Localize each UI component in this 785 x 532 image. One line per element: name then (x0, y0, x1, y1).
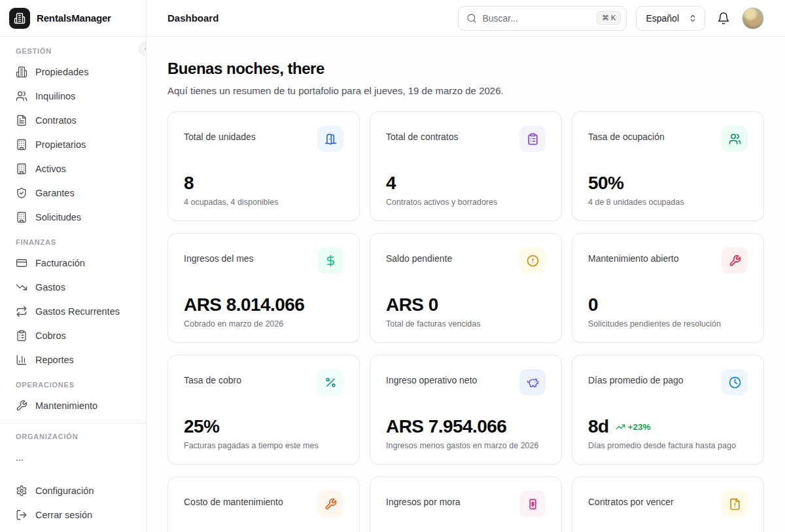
sidebar-section-label: Gestión (16, 47, 130, 57)
stat-card-value: 50% (588, 173, 623, 193)
sidebar-item-cobros[interactable]: Cobros (0, 323, 146, 347)
building-icon (16, 163, 27, 175)
sidebar-item-configuracion[interactable]: Configuración (0, 478, 146, 503)
app-name: RentalsManager (37, 12, 111, 24)
stat-card-dias-promedio-de-pago: Días promedio de pago 8d +23% Días prome… (572, 355, 764, 465)
sidebar-divider (0, 423, 146, 423)
stat-card-subtitle: Solicitudes pendientes de resolución (588, 319, 748, 328)
percent-icon (317, 369, 343, 395)
users-icon (16, 90, 27, 102)
sidebar: RentalsManager Gestión Propiedades Inqui… (0, 0, 147, 532)
notifications-button[interactable] (714, 9, 733, 27)
stat-card-title: Saldo pendiente (386, 247, 452, 264)
stat-card-subtitle: 4 de 8 unidades ocupadas (588, 198, 748, 207)
app-root: RentalsManager Gestión Propiedades Inqui… (0, 0, 785, 532)
greeting-title: Buenas noches, there (167, 59, 764, 79)
stat-card-title: Mantenimiento abierto (588, 247, 679, 264)
stat-card-ingresos-por-mora: Ingresos por mora (370, 476, 562, 532)
sidebar-section-label: Operaciones (16, 381, 130, 391)
stat-card-total-de-contratos: Total de contratos 4 Contratos activos y… (370, 111, 562, 221)
shield-check-icon (16, 187, 27, 199)
file-text-icon (16, 115, 27, 126)
stat-card-tasa-de-ocupacion: Tasa de ocupación 50% 4 de 8 unidades oc… (572, 111, 764, 221)
alert-circle-icon (519, 247, 546, 274)
stat-card-value: 8d (588, 417, 609, 436)
sidebar-item-mantenimiento[interactable]: Mantenimiento (0, 393, 146, 417)
stat-card-title: Tasa de cobro (184, 369, 241, 385)
stat-card-tasa-de-cobro: Tasa de cobro 25% Facturas pagadas a tie… (167, 355, 360, 465)
search-input[interactable] (482, 13, 591, 24)
sidebar-item-propiedades[interactable]: Propiedades (0, 60, 146, 84)
sidebar-item-gastos-recurrentes[interactable]: Gastos Recurrentes (0, 299, 146, 323)
wrench-icon (16, 400, 27, 412)
stat-card-title: Total de unidades (184, 126, 256, 142)
clock-icon (722, 369, 748, 395)
stat-card-ingresos-del-mes: Ingresos del mes ARS 8.014.066 Cobrado e… (167, 233, 360, 343)
stat-card-title: Contratos por vencer (588, 491, 674, 507)
sidebar-item-garantes[interactable]: Garantes (0, 181, 146, 205)
sidebar-item-propietarios[interactable]: Propietarios (0, 132, 146, 156)
stat-card-title: Total de contratos (386, 126, 459, 142)
door-open-icon (317, 126, 343, 152)
building-icon (16, 211, 27, 223)
stat-card-value: 0 (588, 295, 598, 315)
file-warning-icon (722, 491, 748, 517)
sidebar-item-contratos[interactable]: Contratos (0, 108, 146, 132)
clipboard-icon (16, 330, 27, 342)
sidebar-item-reportes[interactable]: Reportes (0, 347, 146, 372)
user-avatar[interactable] (742, 7, 764, 29)
sidebar-item-facturacion[interactable]: Facturación (0, 251, 146, 275)
stat-card-title: Ingresos del mes (184, 247, 254, 264)
clipboard-icon (519, 126, 546, 152)
gear-icon (16, 485, 27, 497)
sidebar-item-gastos[interactable]: Gastos (0, 275, 146, 299)
greeting-subtitle: Aquí tienes un resumen de tu portafolio … (167, 84, 764, 98)
stat-card-title: Ingresos por mora (386, 491, 461, 507)
users-icon (722, 126, 748, 152)
buildings-icon (16, 66, 27, 78)
credit-card-icon (16, 257, 27, 269)
repeat-icon (16, 306, 27, 317)
stat-card-value: ARS 7.954.066 (386, 417, 506, 436)
chevron-left-icon (142, 45, 147, 53)
sidebar-nav: Gestión Propiedades Inquilinos Contratos… (0, 37, 146, 527)
sidebar-section-label: Organización (16, 433, 130, 442)
stat-card-value: 25% (184, 417, 219, 436)
app-logo: RentalsManager (0, 0, 146, 37)
sidebar-item-solicitudes[interactable]: Solicitudes (0, 205, 146, 229)
trending-down-icon (16, 281, 27, 293)
stat-card-subtitle: Total de facturas vencidas (386, 319, 546, 328)
chevrons-up-down-icon (688, 14, 697, 23)
sidebar-item-activos[interactable]: Activos (0, 156, 146, 181)
search-shortcut-badge: ⌘ K (597, 11, 621, 25)
main-column: Dashboard ⌘ K Español Buenas noches, (147, 0, 785, 532)
trending-up-icon (616, 422, 625, 432)
sidebar-section-label: Finanzas (16, 238, 130, 248)
bell-icon (717, 12, 730, 25)
language-select[interactable]: Español (636, 6, 705, 31)
page-title: Dashboard (167, 12, 218, 24)
sidebar-item-inquilinos[interactable]: Inquilinos (0, 84, 146, 108)
search-icon (466, 13, 477, 24)
building-icon (16, 139, 27, 151)
sidebar-item-item[interactable]: ... (0, 445, 146, 469)
dashboard-content: Buenas noches, there Aquí tienes un resu… (147, 37, 785, 532)
logout-icon (16, 509, 27, 521)
stat-card-total-de-unidades: Total de unidades 8 4 ocupadas, 4 dispon… (167, 111, 360, 221)
header: Dashboard ⌘ K Español (147, 0, 785, 37)
dollar-icon (317, 247, 343, 274)
wrench-icon (722, 247, 748, 274)
stat-card-title: Tasa de ocupación (588, 126, 665, 142)
sidebar-item-cerrar-sesion[interactable]: Cerrar sesión (0, 503, 146, 527)
banknote-icon (519, 491, 546, 517)
stat-card-value: ARS 8.014.066 (184, 295, 304, 315)
stat-card-subtitle: Facturas pagadas a tiempo este mes (184, 441, 343, 450)
stat-card-subtitle: Ingresos menos gastos en marzo de 2026 (386, 441, 546, 450)
stat-card-contratos-por-vencer: Contratos por vencer (572, 476, 764, 532)
stat-card-title: Ingreso operativo neto (386, 369, 477, 385)
stat-card-subtitle: Contratos activos y borradores (386, 198, 546, 207)
stat-card-subtitle: Días promedio desde factura hasta pago (588, 441, 748, 450)
header-actions: ⌘ K Español (458, 6, 764, 31)
stat-card-value: ARS 0 (386, 295, 438, 315)
search-box[interactable]: ⌘ K (458, 6, 627, 31)
